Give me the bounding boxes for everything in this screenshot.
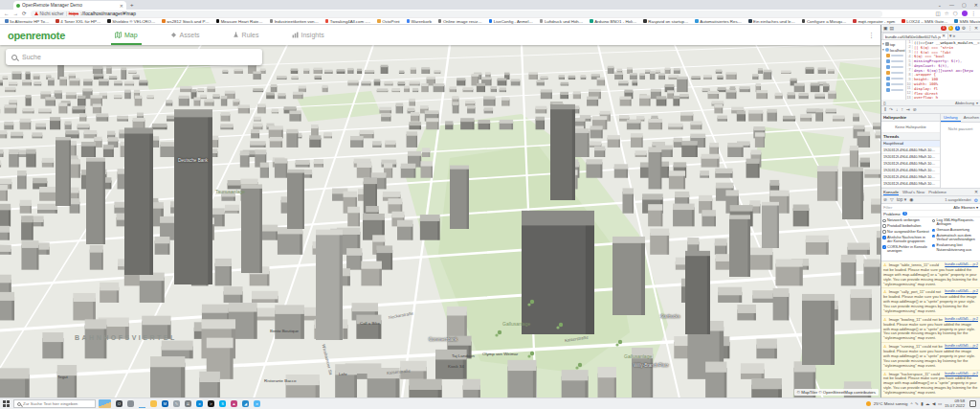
bookmark-item[interactable]: Online image resiz…	[438, 19, 482, 24]
line-number[interactable]: 2	[906, 45, 913, 49]
close-window-button[interactable]: ✕	[974, 2, 978, 8]
taskbar-app-button[interactable]: >	[208, 400, 214, 407]
taskbar-app-button[interactable]: M	[162, 400, 168, 407]
bookmark-star-icon[interactable]: ☆	[945, 11, 949, 16]
tab-close-icon[interactable]: ✕	[120, 3, 123, 9]
console-setting-checkbox[interactable]: Ähnliche Nachrichten in der Konsole grup…	[882, 236, 930, 244]
taskbar-app-button[interactable]: ▲	[231, 400, 237, 407]
devtools-close-icon[interactable]: ✕	[974, 26, 978, 32]
debugger-control-icon[interactable]: ⇥	[906, 107, 910, 113]
line-number[interactable]: 3	[906, 50, 913, 54]
console-setting-checkbox[interactable]: Genaue Auswertung	[932, 228, 980, 232]
minimize-button[interactable]: —	[949, 2, 954, 8]
tray-icon[interactable]: ☁	[925, 401, 929, 406]
bookmark-item[interactable]: ws2812 Stock and P…	[162, 19, 209, 24]
map-canvas[interactable]: BAHNHOFSVIERTELGallusanlageGallusanlageT…	[0, 45, 880, 398]
worker-thread-row[interactable]: 1920312f-4904-4840-98a9-10…	[881, 168, 940, 174]
bookmark-item[interactable]: Tweaking4All.com -…	[325, 19, 370, 24]
maximize-button[interactable]: ▢	[962, 2, 967, 8]
console-issues-row[interactable]: Probleme 1	[881, 211, 980, 217]
line-number[interactable]: 12	[906, 91, 913, 95]
line-number[interactable]: 11	[906, 86, 913, 90]
filter-funnel-icon[interactable]: ▽	[890, 197, 894, 203]
bookmark-item[interactable]: SMS Masterversan…	[954, 19, 980, 24]
console-setting-checkbox[interactable]: CORS-Fehler in Konsole anzeigen	[882, 245, 930, 254]
console-setting-checkbox[interactable]: Nur ausgewählter Kontext	[882, 230, 930, 234]
map-attribution[interactable]: © MapTiler © OpenStreetMap contributors	[794, 389, 879, 396]
main-thread-row[interactable]: Hauptthread	[881, 141, 940, 148]
reload-icon[interactable]: ⟳	[22, 10, 27, 17]
taskbar-search[interactable]	[13, 399, 96, 408]
message-source-link[interactable]: bundle.caf03d5….js:2	[945, 262, 978, 266]
side-panel-icon[interactable]: ◫	[936, 11, 941, 16]
extensions-icon[interactable]: ⬡	[953, 11, 958, 16]
taskbar-app-button[interactable]	[139, 399, 145, 408]
taskbar-search-input[interactable]	[23, 401, 92, 406]
whats-new-tab[interactable]: What's New	[902, 189, 924, 195]
taskbar-app-button[interactable]: e	[254, 400, 260, 407]
breakpoints-header[interactable]: Haltepunkte	[881, 114, 940, 122]
error-badge[interactable]: 1	[941, 26, 946, 31]
bookmark-item[interactable]: LOX24 – SMS Gate…	[902, 19, 947, 24]
bookmark-item[interactable]: Shieldex ® VELCRO…	[107, 19, 155, 24]
worker-thread-row[interactable]: 1920312f-4904-4840-98a9-10…	[881, 148, 940, 154]
issues-tab[interactable]: Probleme	[928, 189, 947, 195]
url-bar[interactable]: Nicht sicher https ://localhost/manager/…	[31, 11, 882, 17]
taskbar-app-button[interactable]: ✎	[173, 400, 180, 407]
code-editor[interactable]: 1 (()=>{var __webpack_modules__=({ 2 || …	[906, 40, 980, 100]
start-button-icon[interactable]	[2, 399, 11, 408]
watch-tab[interactable]: Ansehen	[961, 114, 980, 122]
message-source-link[interactable]: bundle.caf03d5….js:2	[945, 372, 978, 375]
navigator-file-row[interactable]	[881, 87, 905, 93]
more-tabs-icon[interactable]: »	[953, 34, 956, 39]
action-center-icon[interactable]	[969, 400, 976, 407]
pretty-print-icon[interactable]: {}	[883, 101, 886, 105]
bookmark-item[interactable]: Luftdruck und Höh…	[540, 19, 583, 24]
bookmark-item[interactable]: Raspivid on startup…	[643, 19, 688, 24]
devtools-menu-icon[interactable]: ⋮	[968, 26, 972, 32]
debugger-control-icon[interactable]: ↑	[901, 107, 902, 113]
line-number[interactable]: 5	[906, 59, 913, 63]
bookmark-item[interactable]: mqtt-repeater - npm	[853, 19, 895, 24]
tab-rules[interactable]: Rules	[229, 25, 263, 45]
taskbar-app-button[interactable]: S	[219, 400, 226, 407]
bookmark-item[interactable]: Warenkorb	[407, 19, 432, 24]
console-tab[interactable]: Konsole	[883, 189, 899, 195]
bookmark-item[interactable]: Ein einfaches und le…	[748, 19, 795, 24]
threads-header[interactable]: Threads	[881, 133, 940, 141]
line-number[interactable]: 7	[906, 68, 913, 72]
devtools-settings-gear-icon[interactable]: ⚙	[962, 26, 966, 32]
asset-search-box[interactable]	[6, 49, 262, 65]
profile-avatar[interactable]	[962, 11, 968, 16]
line-number[interactable]: 10	[906, 82, 913, 86]
taskbar-clock[interactable]: 09:58 15.07.2022	[945, 399, 965, 408]
tab-insights[interactable]: Insights	[288, 25, 328, 45]
console-settings-gear-icon[interactable]: ⚙	[974, 197, 978, 203]
taskbar-app-button[interactable]	[150, 400, 157, 407]
line-number[interactable]: 8	[906, 73, 913, 77]
message-source-link[interactable]: bundle.caf03d5….js:2	[945, 289, 978, 293]
not-secure-label[interactable]: Nicht sicher	[40, 11, 64, 16]
file-tab-close-icon[interactable]: ✕	[942, 34, 946, 39]
bookmark-item[interactable]: OctoPrint	[377, 19, 399, 24]
debugger-control-icon[interactable]: ‖	[884, 107, 886, 113]
worker-thread-row[interactable]: 1920312f-4904-4840-98a9-10…	[881, 181, 940, 188]
debugger-control-icon[interactable]: ⊘	[913, 107, 917, 113]
tray-icon[interactable]: ◀	[932, 401, 935, 406]
bookmark-item[interactable]: Industrieetiketten von…	[270, 19, 319, 24]
forward-icon[interactable]: →	[13, 10, 19, 17]
message-source-link[interactable]: bundle.caf03d5….js:2	[945, 344, 978, 348]
tab-caret-icon[interactable]: ▾	[949, 34, 951, 39]
context-selector[interactable]: top ▾	[897, 197, 906, 203]
tab-assets[interactable]: Assets	[167, 25, 204, 45]
line-number[interactable]: 6	[906, 63, 913, 67]
console-setting-checkbox[interactable]: Protokoll beibehalten	[882, 224, 930, 228]
drawer-close-icon[interactable]: ✕	[974, 190, 978, 195]
coverage-label[interactable]: Abdeckung	[955, 101, 974, 105]
bookmark-item[interactable]: 4 Toner XXL für HP…	[56, 19, 100, 24]
new-tab-button[interactable]: +	[130, 2, 134, 9]
line-number[interactable]: 13	[906, 96, 913, 100]
taskbar-app-button[interactable]	[127, 400, 134, 407]
line-number[interactable]: 4	[906, 55, 913, 58]
tray-icon[interactable]: ▮	[921, 401, 923, 406]
